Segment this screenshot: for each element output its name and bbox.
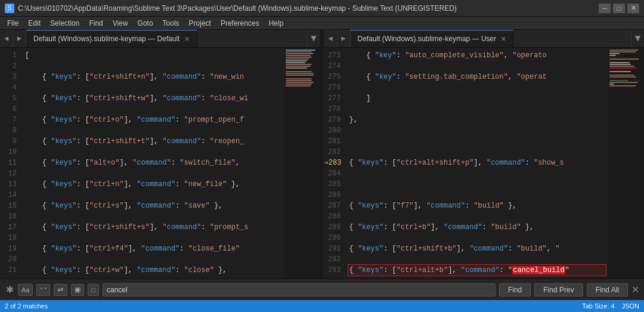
find-all-button[interactable]: Find All <box>587 283 628 296</box>
left-line-numbers: 12345 678910 1112131415 1617181920 21 <box>0 48 21 279</box>
menu-view[interactable]: View <box>108 17 133 29</box>
find-option-regex[interactable]: Aa <box>18 284 33 296</box>
right-line-numbers: 273274275276277 278279280281282 ⇒283 284… <box>324 48 346 279</box>
title-bar: S C:\Users\010702\AppData\Roaming\Sublim… <box>0 0 644 17</box>
find-toggle-arrow[interactable]: ✱ <box>5 284 14 295</box>
left-code-area[interactable]: [ { "keys": ["ctrl+shift+n"], "command":… <box>21 48 284 279</box>
right-tab-arrow-left[interactable]: ◀ <box>324 30 338 47</box>
find-option-case[interactable]: " " <box>36 284 50 296</box>
menu-edit[interactable]: Edit <box>23 17 45 29</box>
menu-goto[interactable]: Goto <box>133 17 158 29</box>
right-tab-active[interactable]: Default (Windows).sublime-keymap — User … <box>351 30 514 47</box>
menu-bar: File Edit Selection Find View Goto Tools… <box>0 17 644 30</box>
status-left: 2 of 2 matches <box>5 302 48 310</box>
find-option-wrap[interactable]: ▣ <box>71 284 84 296</box>
app-icon: S <box>5 4 14 13</box>
left-tab-arrow-right[interactable]: ▶ <box>13 30 26 47</box>
find-input[interactable] <box>107 286 491 294</box>
editors-container: ◀ ▶ Default (Windows).sublime-keymap — D… <box>0 30 644 279</box>
left-editor-panel: ◀ ▶ Default (Windows).sublime-keymap — D… <box>0 30 321 279</box>
right-minimap <box>608 48 644 279</box>
right-editor-panel: ◀ ▶ Default (Windows).sublime-keymap — U… <box>324 30 645 279</box>
menu-file[interactable]: File <box>2 17 23 29</box>
menu-selection[interactable]: Selection <box>45 17 84 29</box>
find-input-container[interactable] <box>103 283 496 296</box>
right-tab-label: Default (Windows).sublime-keymap — User <box>358 35 497 43</box>
window-title: C:\Users\010702\AppData\Roaming\Sublime … <box>18 4 457 13</box>
status-syntax: JSON <box>622 302 639 310</box>
left-tab-arrow-left[interactable]: ◀ <box>0 30 13 47</box>
window-controls[interactable]: ─ □ ✕ <box>599 4 639 13</box>
menu-preferences[interactable]: Preferences <box>216 17 264 29</box>
find-bar: ✱ Aa " " ⇌ ▣ □ Find Find Prev Find All ✕ <box>0 279 644 300</box>
left-tab-label: Default (Windows).sublime-keymap — Defau… <box>33 35 179 43</box>
menu-tools[interactable]: Tools <box>158 17 184 29</box>
left-editor-content[interactable]: 12345 678910 1112131415 1617181920 21 [ … <box>0 48 320 279</box>
left-tab-bar: ◀ ▶ Default (Windows).sublime-keymap — D… <box>0 30 320 48</box>
maximize-button[interactable]: □ <box>613 4 625 13</box>
left-tab-close[interactable]: × <box>184 35 189 43</box>
left-tab-dropdown[interactable]: ▼ <box>307 30 320 47</box>
menu-project[interactable]: Project <box>184 17 216 29</box>
left-tab-bar-end <box>197 30 307 47</box>
title-bar-left: S C:\Users\010702\AppData\Roaming\Sublim… <box>5 4 457 13</box>
close-button[interactable]: ✕ <box>627 4 639 13</box>
find-prev-button[interactable]: Find Prev <box>534 283 583 296</box>
menu-find[interactable]: Find <box>84 17 107 29</box>
right-tab-close[interactable]: × <box>501 35 506 43</box>
status-tab-size: Tab Size: 4 <box>582 302 614 310</box>
find-close-button[interactable]: ✕ <box>631 284 639 295</box>
right-tab-dropdown[interactable]: ▼ <box>631 30 644 47</box>
status-right: Tab Size: 4 JSON <box>582 302 639 310</box>
left-minimap <box>284 48 320 279</box>
right-editor-content[interactable]: 273274275276277 278279280281282 ⇒283 284… <box>324 48 645 279</box>
find-button[interactable]: Find <box>499 283 531 296</box>
status-matches: 2 of 2 matches <box>5 302 48 310</box>
right-code-area[interactable]: { "key": "auto_complete_visible", "opera… <box>346 48 609 279</box>
left-tab-active[interactable]: Default (Windows).sublime-keymap — Defau… <box>26 30 197 47</box>
right-tab-bar-end <box>513 30 631 47</box>
menu-help[interactable]: Help <box>264 17 289 29</box>
find-option-word[interactable]: ⇌ <box>54 284 67 296</box>
status-bar: 2 of 2 matches Tab Size: 4 JSON <box>0 300 644 312</box>
right-tab-bar: ◀ ▶ Default (Windows).sublime-keymap — U… <box>324 30 645 48</box>
right-tab-arrow-right[interactable]: ▶ <box>338 30 351 47</box>
find-option-insel[interactable]: □ <box>88 284 99 296</box>
minimize-button[interactable]: ─ <box>599 4 611 13</box>
